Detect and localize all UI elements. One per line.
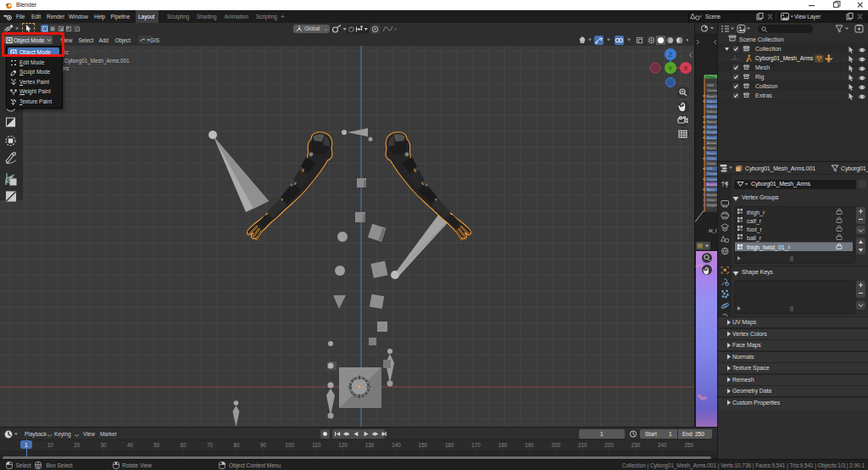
svg-text:thigh_twist_01_r: thigh_twist_01_r	[747, 244, 791, 251]
svg-text:Transm: Transm	[707, 178, 717, 182]
svg-text:Transm: Transm	[707, 172, 717, 176]
svg-text:Clearc: Clearc	[707, 162, 716, 165]
svg-text:Collection: Collection	[755, 46, 782, 52]
svg-text:Subsurf: Subsurf	[707, 100, 717, 104]
svg-text:Cyborg01_Mesh_Arms: Cyborg01_Mesh_Arms	[755, 55, 814, 62]
svg-text:Emissio: Emissio	[707, 183, 718, 187]
svg-text:Subsurf: Subsurf	[707, 110, 717, 114]
svg-text:W: W	[36, 464, 41, 469]
svg-text:Sheen: Sheen	[707, 147, 715, 150]
svg-text:ball_r: ball_r	[747, 235, 762, 242]
svg-text:GGX: GGX	[707, 84, 715, 87]
svg-text:Anisotr: Anisotr	[707, 142, 717, 145]
svg-text:Normal: Normal	[707, 193, 717, 197]
svg-text:calf_r: calf_r	[747, 218, 762, 225]
svg-text:Sheen: Sheen	[707, 152, 715, 155]
svg-text:Metallic: Metallic	[707, 115, 717, 119]
svg-text:Anisotr: Anisotr	[707, 137, 717, 140]
svg-text:Specul: Specul	[707, 120, 716, 124]
svg-text:Clearc: Clearc	[707, 157, 716, 160]
svg-text:Extras: Extras	[755, 92, 772, 98]
svg-text:Mesh: Mesh	[755, 64, 770, 70]
svg-text:Tangent: Tangent	[707, 204, 718, 207]
svg-text:Princip: Princip	[706, 76, 715, 79]
svg-text:Specul: Specul	[707, 126, 716, 129]
svg-text:thigh_r: thigh_r	[747, 210, 765, 216]
svg-text:X: X	[683, 64, 688, 72]
svg-text:Z: Z	[669, 51, 673, 59]
svg-text:Clearc: Clearc	[707, 199, 716, 202]
svg-text:IOR: IOR	[707, 167, 713, 171]
svg-text:foot_r: foot_r	[747, 227, 763, 233]
svg-text:Rig: Rig	[755, 74, 765, 81]
svg-text:Scene Collection: Scene Collection	[739, 36, 784, 42]
svg-text:Y: Y	[668, 64, 673, 72]
svg-text:Collision: Collision	[755, 83, 778, 89]
svg-text:Subsurf: Subsurf	[707, 105, 717, 109]
svg-text:Roughn: Roughn	[707, 131, 718, 134]
svg-text:Alpha: Alpha	[707, 188, 715, 192]
